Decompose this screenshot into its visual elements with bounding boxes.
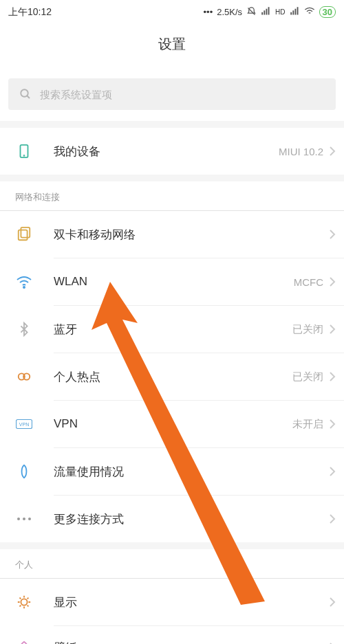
status-bar: 上午10:12 ••• 2.5K/s HD 30 (0, 0, 344, 24)
chevron-right-icon (329, 513, 336, 524)
row-label: VPN (54, 417, 292, 431)
svg-point-14 (23, 287, 25, 288)
svg-line-9 (27, 96, 30, 98)
chevron-right-icon (329, 371, 336, 382)
wallpaper-icon (15, 639, 33, 644)
search-input[interactable] (8, 78, 336, 110)
settings-wlan[interactable]: WLAN MCFC (0, 258, 344, 305)
svg-rect-12 (19, 230, 28, 241)
row-label: 我的设备 (54, 144, 279, 159)
svg-point-11 (24, 155, 25, 156)
data-icon (15, 463, 33, 480)
chevron-right-icon (329, 419, 336, 430)
svg-point-20 (23, 518, 25, 520)
search-icon (19, 88, 32, 100)
chevron-right-icon (329, 146, 336, 157)
svg-rect-5 (292, 10, 294, 14)
signal-icon (261, 6, 271, 19)
row-value: MIUI 10.2 (279, 146, 323, 157)
signal-icon-2 (290, 6, 300, 19)
row-label: 更多连接方式 (54, 511, 329, 527)
svg-rect-0 (261, 12, 263, 14)
display-icon (15, 593, 33, 611)
settings-display[interactable]: 显示 (0, 579, 344, 625)
sim-icon (15, 225, 33, 243)
row-value: 未开启 (292, 418, 323, 431)
page-title: 设置 (0, 24, 344, 67)
row-label: 个人热点 (54, 369, 292, 385)
settings-data-usage[interactable]: 流量使用情况 (0, 448, 344, 495)
svg-point-8 (21, 89, 28, 97)
status-speed: 2.5K/s (217, 7, 242, 17)
vpn-icon: VPN (15, 415, 33, 433)
row-value: 已关闭 (292, 370, 323, 384)
dnd-icon (246, 6, 257, 19)
svg-point-19 (17, 518, 20, 520)
section-network-title: 网络和连接 (0, 181, 344, 210)
wifi-icon (304, 5, 315, 19)
row-value: 已关闭 (292, 323, 323, 336)
svg-rect-6 (294, 8, 296, 14)
settings-my-device[interactable]: 我的设备 MIUI 10.2 (0, 128, 344, 175)
svg-rect-2 (266, 8, 268, 14)
row-label: 壁纸 (54, 640, 329, 645)
chevron-right-icon (329, 324, 336, 335)
svg-point-21 (28, 518, 31, 520)
battery-icon: 30 (319, 6, 336, 18)
search-field[interactable] (40, 89, 325, 100)
row-label: 流量使用情况 (54, 464, 329, 480)
svg-rect-4 (290, 12, 292, 14)
chevron-right-icon (329, 597, 336, 608)
status-right: ••• 2.5K/s HD 30 (204, 5, 336, 19)
section-personal-title: 个人 (0, 549, 344, 578)
svg-text:VPN: VPN (19, 422, 29, 427)
status-time: 上午10:12 (8, 6, 52, 19)
bluetooth-icon (15, 320, 33, 338)
svg-point-22 (21, 599, 27, 605)
hotspot-icon (15, 368, 33, 386)
row-label: 蓝牙 (54, 322, 292, 337)
svg-rect-3 (268, 7, 270, 14)
more-icon (15, 510, 33, 528)
chevron-right-icon (329, 466, 336, 477)
svg-rect-13 (21, 227, 30, 238)
svg-rect-1 (264, 10, 265, 14)
chevron-right-icon (329, 229, 336, 240)
row-value: MCFC (294, 276, 323, 288)
settings-dual-sim[interactable]: 双卡和移动网络 (0, 211, 344, 258)
settings-vpn[interactable]: VPN VPN 未开启 (0, 401, 344, 447)
row-label: WLAN (54, 275, 294, 289)
wifi-icon (15, 273, 33, 291)
settings-hotspot[interactable]: 个人热点 已关闭 (0, 353, 344, 400)
settings-wallpaper[interactable]: 壁纸 (0, 626, 344, 644)
row-label: 双卡和移动网络 (54, 227, 329, 243)
settings-more-connections[interactable]: 更多连接方式 (0, 496, 344, 542)
status-dots: ••• (204, 7, 213, 17)
row-label: 显示 (54, 595, 329, 610)
chevron-right-icon (329, 276, 336, 287)
settings-bluetooth[interactable]: 蓝牙 已关闭 (0, 306, 344, 353)
phone-icon (15, 142, 33, 160)
hd-label: HD (275, 8, 285, 16)
svg-rect-7 (297, 7, 298, 14)
